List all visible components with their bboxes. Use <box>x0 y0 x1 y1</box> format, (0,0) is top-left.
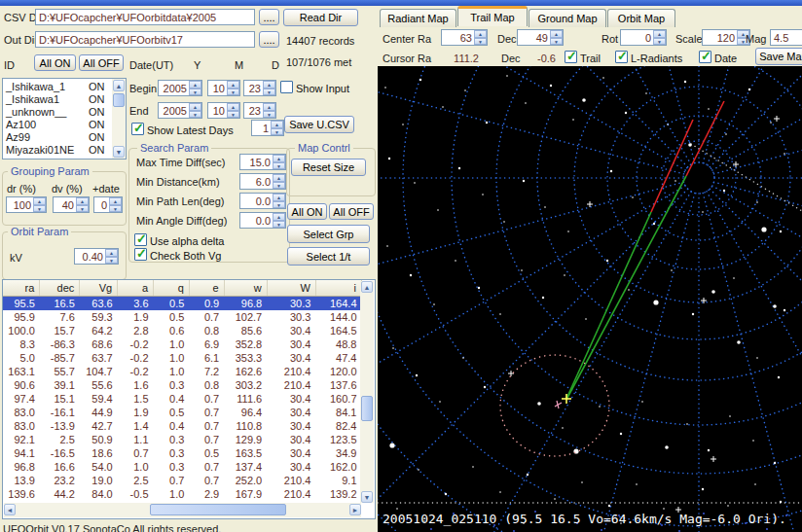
spinner-value[interactable]: 10 <box>208 81 227 95</box>
spin-up-button[interactable]: ▲ <box>105 249 118 257</box>
show-input-checkbox[interactable] <box>280 81 293 93</box>
spin-up-button[interactable]: ▲ <box>273 174 285 182</box>
list-item[interactable]: Az100ON <box>3 119 113 131</box>
end-day-spinner[interactable]: 23▲▼ <box>243 102 276 119</box>
reset-size-button[interactable]: Reset Size <box>291 159 366 176</box>
spin-down-button[interactable]: ▼ <box>109 205 122 213</box>
spinner-value[interactable]: 15.0 <box>240 155 273 169</box>
column-header-q[interactable]: q <box>154 280 190 296</box>
spinner-value[interactable]: 49 <box>518 30 550 45</box>
spin-up-button[interactable]: ▲ <box>271 121 283 128</box>
center-ra-spinner[interactable]: 63▲▼ <box>441 29 488 46</box>
check-both-vg-checkbox[interactable] <box>134 248 147 261</box>
scroll-thumb[interactable] <box>361 396 373 421</box>
center-dec-spinner[interactable]: 49▲▼ <box>517 29 564 46</box>
spinner-value[interactable]: 23 <box>244 81 263 95</box>
table-row[interactable]: 100.015.764.22.80.60.885.630.4164.5 <box>3 324 362 337</box>
spin-up-button[interactable]: ▲ <box>653 30 666 38</box>
column-header-Vg[interactable]: Vg <box>80 280 118 296</box>
spinner-value[interactable]: 120 <box>703 30 737 45</box>
mag-input[interactable]: 4.5 <box>770 29 802 46</box>
begin-year-spinner[interactable]: 2005▲▼ <box>158 80 202 96</box>
spinner-value[interactable]: 1 <box>252 121 271 135</box>
out-dir-browse-button[interactable]: .... <box>259 31 279 48</box>
scroll-right-button[interactable]: ► <box>349 504 361 515</box>
spinner-value[interactable]: 0.40 <box>75 249 105 264</box>
spin-up-button[interactable]: ▲ <box>109 197 122 205</box>
spin-down-button[interactable]: ▼ <box>227 111 239 119</box>
kv-spinner[interactable]: 0.40▲▼ <box>74 248 119 265</box>
table-row[interactable]: 96.816.654.01.00.30.7137.430.4162.0 <box>3 460 362 474</box>
orbit-table-header[interactable]: radecVgaqewWi <box>3 280 362 296</box>
spin-down-button[interactable]: ▼ <box>273 182 285 190</box>
use-alpha-delta-checkbox[interactable] <box>134 233 147 246</box>
spin-down-button[interactable]: ▼ <box>273 221 285 229</box>
save-ucsv-button[interactable]: Save U.CSV <box>284 116 354 133</box>
spin-down-button[interactable]: ▼ <box>263 111 275 119</box>
spin-down-button[interactable]: ▼ <box>474 38 487 46</box>
spin-down-button[interactable]: ▼ <box>189 89 201 96</box>
spin-up-button[interactable]: ▲ <box>227 81 239 89</box>
scroll-up-button[interactable]: ▲ <box>113 80 125 91</box>
spin-down-button[interactable]: ▼ <box>76 205 89 213</box>
table-hscrollbar[interactable]: ◄ ► <box>4 503 361 517</box>
plusdate-spinner[interactable]: 0▲▼ <box>93 196 123 213</box>
l-radiants-checkbox[interactable] <box>615 51 628 63</box>
spinner-value[interactable]: 10 <box>208 103 227 118</box>
column-header-a[interactable]: a <box>118 280 154 296</box>
spin-down-button[interactable]: ▼ <box>33 205 46 213</box>
id-list-scrollbar[interactable]: ▲ ▼ <box>112 79 126 159</box>
column-header-dec[interactable]: dec <box>40 280 80 296</box>
spinner-value[interactable]: 100 <box>7 197 33 212</box>
select-grp-button[interactable]: Select Grp <box>287 225 370 243</box>
spinner-value[interactable]: 63 <box>442 30 474 45</box>
search-param-spinner[interactable]: 15.0▲▼ <box>239 154 286 170</box>
table-row[interactable]: 95.516.563.63.60.50.996.830.3164.4 <box>3 296 362 310</box>
spin-up-button[interactable]: ▲ <box>273 194 285 201</box>
spin-up-button[interactable]: ▲ <box>189 81 201 89</box>
spin-down-button[interactable]: ▼ <box>189 111 201 119</box>
table-row[interactable]: 163.155.7104.7-0.21.07.2162.6210.4120.0 <box>3 365 362 378</box>
csv-dir-input[interactable]: D:¥UFOcapcher¥UFOorbitdata¥2005 <box>35 9 255 25</box>
scale-spinner[interactable]: 120▲▼ <box>702 29 750 46</box>
scroll-thumb[interactable] <box>150 504 286 515</box>
search-param-spinner[interactable]: 6.0▲▼ <box>239 173 286 190</box>
tab-radiant-map[interactable]: Radiant Map <box>380 9 456 27</box>
save-map-button[interactable]: Save Map <box>755 48 802 65</box>
spin-up-button[interactable]: ▲ <box>189 103 201 111</box>
spinner-value[interactable]: 40 <box>54 197 76 212</box>
tab-ground-map[interactable]: Ground Map <box>529 9 606 27</box>
select-all-on-button[interactable]: All ON <box>287 203 327 220</box>
spin-down-button[interactable]: ▼ <box>105 257 118 265</box>
dv-spinner[interactable]: 40▲▼ <box>53 196 90 213</box>
show-latest-days-checkbox[interactable] <box>131 123 144 135</box>
end-month-spinner[interactable]: 10▲▼ <box>207 102 240 119</box>
sky-map[interactable] <box>378 66 802 532</box>
table-row[interactable]: 90.639.155.61.60.30.8303.2210.4137.6 <box>3 378 362 392</box>
table-row[interactable]: 97.415.159.41.50.40.7111.630.4160.7 <box>3 392 362 406</box>
spin-up-button[interactable]: ▲ <box>76 197 89 205</box>
table-row[interactable]: 8.3-86.368.6-0.21.06.9352.830.448.8 <box>3 337 362 351</box>
column-header-ra[interactable]: ra <box>3 280 40 296</box>
dr-spinner[interactable]: 100▲▼ <box>6 196 47 213</box>
table-row[interactable]: 13.923.219.02.50.70.7252.0210.49.1 <box>3 474 362 487</box>
table-row[interactable]: 83.0-13.942.71.40.40.7110.830.482.4 <box>3 419 362 433</box>
list-item[interactable]: Miyazaki01NEON <box>3 144 113 157</box>
list-item[interactable]: Az99ON <box>3 131 113 144</box>
scroll-down-button[interactable]: ▼ <box>113 146 125 158</box>
spin-up-button[interactable]: ▲ <box>273 213 285 221</box>
tab-trail-map[interactable]: Trail Map <box>457 6 528 26</box>
table-row[interactable]: 95.97.659.31.90.50.7102.730.3144.0 <box>3 310 362 324</box>
column-header-i[interactable]: i <box>315 280 361 296</box>
spin-up-button[interactable]: ▲ <box>33 197 46 205</box>
column-header-w[interactable]: w <box>224 280 267 296</box>
read-dir-button[interactable]: Read Dir <box>283 9 358 26</box>
spin-down-button[interactable]: ▼ <box>227 89 239 96</box>
begin-day-spinner[interactable]: 23▲▼ <box>243 80 276 96</box>
select-all-off-button[interactable]: All OFF <box>329 203 374 220</box>
out-dir-input[interactable]: D:¥UFOcapcher¥UFOorbitv17 <box>35 31 255 48</box>
scroll-up-button[interactable]: ▲ <box>361 281 373 293</box>
list-item[interactable]: _unknown__ON <box>3 106 113 119</box>
id-all-off-button[interactable]: All OFF <box>79 54 124 71</box>
list-item[interactable]: _Ishikawa1ON <box>3 93 113 106</box>
